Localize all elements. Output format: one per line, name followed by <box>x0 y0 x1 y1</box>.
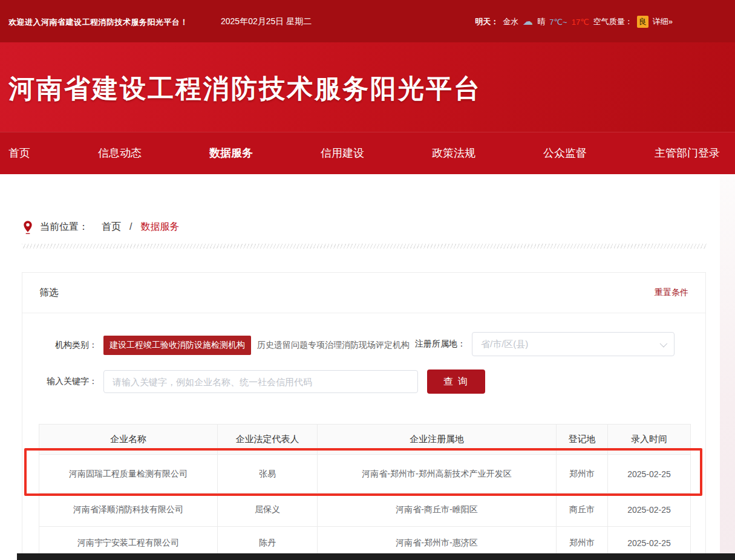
region-select[interactable]: 省/市/区(县) <box>472 332 675 356</box>
air-quality-badge: 良 <box>637 16 648 28</box>
welcome-text: 欢迎进入河南省建设工程消防技术服务阳光平台！ <box>8 17 188 28</box>
cell-legal-rep: 张易 <box>218 455 318 493</box>
cell-date: 2025-02-25 <box>608 455 691 493</box>
cell-company: 河南固瑞工程质量检测有限公司 <box>39 455 218 493</box>
keyword-input[interactable] <box>103 370 418 393</box>
slash-divider <box>22 244 707 249</box>
col-header-legal-rep: 企业法定代表人 <box>218 425 318 455</box>
cell-region: 河南省-商丘市-睢阳区 <box>318 493 557 527</box>
table-row[interactable]: 河南固瑞工程质量检测有限公司 张易 河南省-郑州市-郑州高新技术产业开发区 郑州… <box>39 455 691 493</box>
breadcrumb: 当前位置： 首页 / 数据服务 <box>22 218 179 236</box>
top-info-bar: 欢迎进入河南省建设工程消防技术服务阳光平台！ 2025年02月25日 星期二 明… <box>0 0 735 42</box>
site-title: 河南省建设工程消防技术服务阳光平台 <box>8 71 482 106</box>
col-header-registered-region: 企业注册属地 <box>318 425 557 455</box>
weather-city: 金水 <box>503 16 518 27</box>
nav-item-admin-login[interactable]: 主管部门登录 <box>655 146 720 160</box>
results-table: 企业名称 企业法定代表人 企业注册属地 登记地 录入时间 河南固瑞工程质量检测有… <box>39 424 691 560</box>
temp-high: 17℃ <box>572 18 589 27</box>
cell-region: 河南省-郑州市-郑州高新技术产业开发区 <box>318 455 557 493</box>
main-nav: 首页 信息动态 数据服务 信用建设 政策法规 公众监督 主管部门登录 <box>0 132 735 174</box>
date-text: 2025年02月25日 星期二 <box>221 16 312 27</box>
category-filter-row: 机构类别： 建设工程竣工验收消防设施检测机构 历史遗留问题专项治理消防现场评定机… <box>22 336 705 355</box>
keyword-label: 输入关键字： <box>39 376 97 387</box>
keyword-filter-row: 输入关键字： 查 询 <box>22 370 705 394</box>
cell-legal-rep: 屈保义 <box>218 493 318 527</box>
col-header-company: 企业名称 <box>39 425 218 455</box>
col-header-entry-date: 录入时间 <box>608 425 691 455</box>
breadcrumb-home-link[interactable]: 首页 <box>102 221 121 233</box>
weather-tomorrow-label: 明天： <box>475 16 498 27</box>
search-button[interactable]: 查 询 <box>427 370 485 394</box>
chevron-down-icon <box>660 340 668 348</box>
cell-place: 商丘市 <box>557 493 608 527</box>
filter-title: 筛选 <box>39 287 59 299</box>
region-filter-group: 注册所属地： 省/市/区(县) <box>413 332 675 356</box>
nav-item-credit[interactable]: 信用建设 <box>321 146 364 160</box>
temp-low: 7℃~ <box>549 18 567 27</box>
cell-date: 2025-02-25 <box>608 493 691 527</box>
nav-item-policy[interactable]: 政策法规 <box>432 146 475 160</box>
location-pin-icon <box>22 220 34 235</box>
reset-filters-link[interactable]: 重置条件 <box>655 287 688 298</box>
weather-widget: 明天： 金水 ☁ 晴 7℃~ 17℃ 空气质量： 良 详细» <box>475 16 673 28</box>
nav-item-supervision[interactable]: 公众监督 <box>543 146 587 160</box>
weather-condition: 晴 <box>537 16 545 27</box>
filter-panel: 筛选 重置条件 机构类别： 建设工程竣工验收消防设施检测机构 历史遗留问题专项治… <box>22 272 706 560</box>
page: 欢迎进入河南省建设工程消防技术服务阳光平台！ 2025年02月25日 星期二 明… <box>0 0 735 560</box>
cloud-icon: ☁ <box>523 16 533 27</box>
nav-item-home[interactable]: 首页 <box>8 146 30 160</box>
table-header-row: 企业名称 企业法定代表人 企业注册属地 登记地 录入时间 <box>39 425 691 455</box>
site-header-banner: 河南省建设工程消防技术服务阳光平台 <box>0 42 735 132</box>
region-label: 注册所属地： <box>413 339 466 350</box>
col-header-registration-place: 登记地 <box>557 425 608 455</box>
region-select-placeholder: 省/市/区(县) <box>481 339 528 350</box>
breadcrumb-label: 当前位置： <box>40 221 88 233</box>
nav-item-data-service[interactable]: 数据服务 <box>209 146 253 160</box>
category-option-other[interactable]: 历史遗留问题专项治理消防现场评定机构 <box>257 340 410 351</box>
breadcrumb-separator: / <box>129 221 132 232</box>
air-quality-label: 空气质量： <box>593 16 633 27</box>
weather-detail-link[interactable]: 详细» <box>653 16 673 27</box>
table-row[interactable]: 河南省泽顺消防科技有限公司 屈保义 河南省-商丘市-睢阳区 商丘市 2025-0… <box>39 493 691 527</box>
page-background-strip <box>720 174 735 560</box>
category-label: 机构类别： <box>39 340 97 351</box>
cell-place: 郑州市 <box>557 455 608 493</box>
category-option-selected[interactable]: 建设工程竣工验收消防设施检测机构 <box>103 336 251 355</box>
nav-item-news[interactable]: 信息动态 <box>98 146 142 160</box>
filter-panel-header: 筛选 重置条件 <box>22 273 705 313</box>
results-table-wrap: 企业名称 企业法定代表人 企业注册属地 登记地 录入时间 河南固瑞工程质量检测有… <box>39 424 689 560</box>
bottom-edge-bar <box>17 553 735 560</box>
cell-company: 河南省泽顺消防科技有限公司 <box>39 493 218 527</box>
breadcrumb-current[interactable]: 数据服务 <box>140 221 179 233</box>
